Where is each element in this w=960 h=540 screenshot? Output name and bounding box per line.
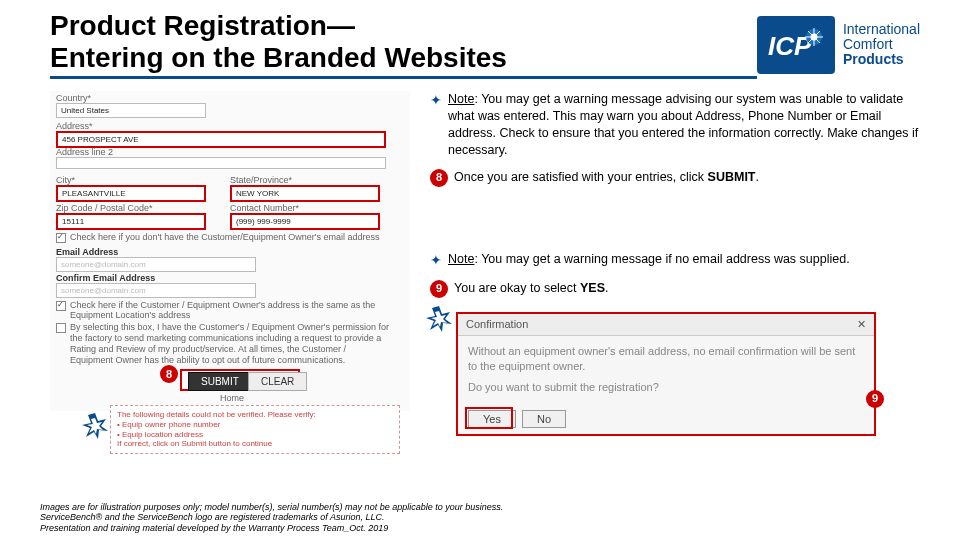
state-label: State/Province* <box>230 175 292 185</box>
note-2-text: : You may get a warning message if no em… <box>474 252 849 266</box>
step-9-text-b: . <box>605 281 608 295</box>
star-icon <box>426 306 452 332</box>
zip-input[interactable]: 15111 <box>56 213 206 230</box>
form-screenshot: Country* United States Address* 456 PROS… <box>50 91 410 435</box>
confirm-email-input[interactable]: someone@domain.com <box>56 283 256 298</box>
footer-line-3: Presentation and training material devel… <box>40 523 503 534</box>
step-9-text-a: You are okay to select <box>454 281 580 295</box>
step-8-bold: SUBMIT <box>708 170 756 184</box>
consent-checkbox[interactable] <box>56 323 66 333</box>
logo-text-3: Products <box>843 52 920 67</box>
step-8-text-a: Once you are satisfied with your entries… <box>454 170 708 184</box>
note-2: ✦ Note: You may get a warning message if… <box>430 251 930 270</box>
address2-label: Address line 2 <box>56 147 113 157</box>
same-address-checkbox[interactable] <box>56 301 66 311</box>
dialog-title: Confirmation <box>466 317 528 332</box>
page-title: Product Registration— Entering on the Br… <box>50 10 757 74</box>
footer: Images are for illustration purposes onl… <box>40 502 503 534</box>
note-1: ✦ Note: You may get a warning message ad… <box>430 91 930 159</box>
logo-text-2: Comfort <box>843 37 920 52</box>
svg-text:ICP: ICP <box>768 31 812 61</box>
star-bullet-icon: ✦ <box>430 91 442 159</box>
instructions: ✦ Note: You may get a warning message ad… <box>430 91 940 435</box>
warning-box: The following details could not be verif… <box>110 405 400 453</box>
no-button[interactable]: No <box>522 410 566 428</box>
step-8-number: 8 <box>430 169 448 187</box>
contact-input[interactable]: (999) 999-9999 <box>230 213 380 230</box>
marker-9: 9 <box>866 390 884 408</box>
step-9-bold: YES <box>580 281 605 295</box>
warn-line-4: If correct, click on Submit button to co… <box>117 439 393 449</box>
same-address-label: Check here if the Customer / Equipment O… <box>70 300 390 320</box>
logo-text-1: International <box>843 22 920 37</box>
brand-logo: ICP International Comfort Products <box>757 16 920 74</box>
logo-text: International Comfort Products <box>843 22 920 68</box>
star-bullet-icon: ✦ <box>430 251 442 270</box>
confirmation-dialog: Confirmation ✕ Without an equipment owne… <box>456 312 930 436</box>
title-line-1: Product Registration— <box>50 10 355 41</box>
address2-input[interactable] <box>56 157 386 169</box>
title-line-2: Entering on the Branded Websites <box>50 42 507 73</box>
no-email-label: Check here if you don't have the Custome… <box>70 232 390 242</box>
dialog-body-1: Without an equipment owner's email addre… <box>468 344 864 375</box>
star-icon <box>82 413 108 439</box>
warn-line-2: • Equip owner phone number <box>117 420 393 430</box>
step-8: 8 Once you are satisfied with your entri… <box>430 169 930 187</box>
warn-line-1: The following details could not be verif… <box>117 410 393 420</box>
city-label: City* <box>56 175 75 185</box>
consent-text: By selecting this box, I have the Custom… <box>70 322 390 365</box>
state-select[interactable]: NEW YORK <box>230 185 380 202</box>
country-select[interactable]: United States <box>56 103 206 118</box>
country-label: Country* <box>56 93 91 103</box>
home-link[interactable]: Home <box>220 393 244 403</box>
email-input[interactable]: someone@domain.com <box>56 257 256 272</box>
address-input[interactable]: 456 PROSPECT AVE <box>56 131 386 148</box>
city-input[interactable]: PLEASANTVILLE <box>56 185 206 202</box>
logo-badge-icon: ICP <box>757 16 835 74</box>
step-8-text-b: . <box>756 170 759 184</box>
no-email-checkbox[interactable] <box>56 233 66 243</box>
confirm-email-label: Confirm Email Address <box>56 273 155 283</box>
dialog-body-2: Do you want to submit the registration? <box>468 380 864 395</box>
header: Product Registration— Entering on the Br… <box>0 0 960 79</box>
address-label: Address* <box>56 121 93 131</box>
dialog-title-bar: Confirmation ✕ <box>458 314 874 336</box>
note-1-text: : You may get a warning message advising… <box>448 92 918 157</box>
step-9-number: 9 <box>430 280 448 298</box>
email-label: Email Address <box>56 247 118 257</box>
submit-button[interactable]: SUBMIT <box>188 372 252 391</box>
footer-line-1: Images are for illustration purposes onl… <box>40 502 503 513</box>
close-icon[interactable]: ✕ <box>857 317 866 332</box>
clear-button[interactable]: CLEAR <box>248 372 307 391</box>
contact-label: Contact Number* <box>230 203 299 213</box>
zip-label: Zip Code / Postal Code* <box>56 203 153 213</box>
footer-line-2: ServiceBench® and the ServiceBench logo … <box>40 512 503 523</box>
yes-outline <box>465 407 513 429</box>
warn-line-3: • Equip location address <box>117 430 393 440</box>
note-1-label: Note <box>448 92 474 106</box>
step-9: 9 You are okay to select YES. <box>430 280 930 298</box>
note-2-label: Note <box>448 252 474 266</box>
